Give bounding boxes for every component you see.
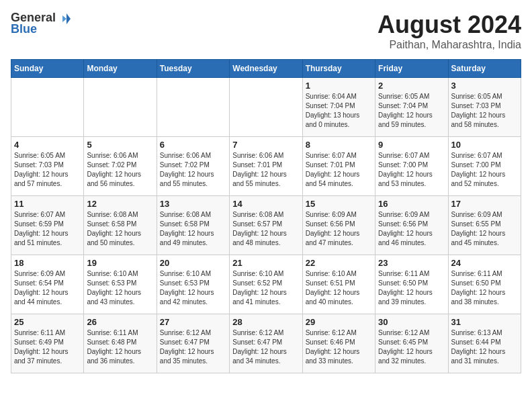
day-number: 14 — [232, 199, 299, 209]
calendar-cell: 8Sunrise: 6:07 AM Sunset: 7:01 PM Daylig… — [302, 137, 375, 196]
day-info: Sunrise: 6:10 AM Sunset: 6:53 PM Dayligh… — [87, 269, 153, 307]
calendar-cell: 19Sunrise: 6:10 AM Sunset: 6:53 PM Dayli… — [84, 255, 157, 314]
calendar-cell: 28Sunrise: 6:12 AM Sunset: 6:47 PM Dayli… — [230, 314, 302, 373]
logo: General Blue — [11, 11, 71, 36]
calendar-cell — [11, 78, 84, 137]
day-info: Sunrise: 6:12 AM Sunset: 6:47 PM Dayligh… — [160, 328, 226, 366]
day-number: 13 — [160, 199, 226, 209]
header-saturday: Saturday — [448, 60, 521, 78]
calendar-cell: 17Sunrise: 6:09 AM Sunset: 6:55 PM Dayli… — [448, 196, 521, 255]
calendar-cell: 7Sunrise: 6:06 AM Sunset: 7:01 PM Daylig… — [230, 137, 302, 196]
page-header: General Blue August 2024 Paithan, Mahara… — [11, 11, 521, 51]
day-number: 3 — [451, 81, 518, 91]
calendar-table: SundayMondayTuesdayWednesdayThursdayFrid… — [11, 59, 521, 373]
day-info: Sunrise: 6:11 AM Sunset: 6:50 PM Dayligh… — [451, 269, 518, 307]
week-row-3: 11Sunrise: 6:07 AM Sunset: 6:59 PM Dayli… — [11, 196, 521, 255]
calendar-cell: 30Sunrise: 6:12 AM Sunset: 6:45 PM Dayli… — [375, 314, 448, 373]
day-number: 23 — [378, 258, 445, 268]
header-tuesday: Tuesday — [157, 60, 229, 78]
day-info: Sunrise: 6:07 AM Sunset: 7:01 PM Dayligh… — [306, 151, 372, 189]
day-info: Sunrise: 6:10 AM Sunset: 6:52 PM Dayligh… — [232, 269, 299, 307]
calendar-cell: 2Sunrise: 6:05 AM Sunset: 7:04 PM Daylig… — [375, 78, 448, 137]
day-info: Sunrise: 6:12 AM Sunset: 6:45 PM Dayligh… — [378, 328, 445, 366]
calendar-cell: 25Sunrise: 6:11 AM Sunset: 6:49 PM Dayli… — [11, 314, 84, 373]
calendar-cell: 31Sunrise: 6:13 AM Sunset: 6:44 PM Dayli… — [448, 314, 521, 373]
week-row-1: 1Sunrise: 6:04 AM Sunset: 7:04 PM Daylig… — [11, 78, 521, 137]
day-number: 19 — [87, 258, 153, 268]
day-info: Sunrise: 6:11 AM Sunset: 6:48 PM Dayligh… — [87, 328, 153, 366]
calendar-cell: 3Sunrise: 6:05 AM Sunset: 7:03 PM Daylig… — [448, 78, 521, 137]
day-number: 21 — [232, 258, 299, 268]
svg-marker-1 — [62, 15, 66, 22]
day-number: 20 — [160, 258, 226, 268]
day-info: Sunrise: 6:06 AM Sunset: 7:02 PM Dayligh… — [160, 151, 226, 189]
calendar-cell: 14Sunrise: 6:08 AM Sunset: 6:57 PM Dayli… — [230, 196, 302, 255]
day-info: Sunrise: 6:12 AM Sunset: 6:47 PM Dayligh… — [232, 328, 299, 366]
day-number: 16 — [378, 199, 445, 209]
calendar-cell: 11Sunrise: 6:07 AM Sunset: 6:59 PM Dayli… — [11, 196, 84, 255]
day-number: 6 — [160, 140, 226, 150]
day-info: Sunrise: 6:08 AM Sunset: 6:57 PM Dayligh… — [232, 210, 299, 248]
calendar-cell: 27Sunrise: 6:12 AM Sunset: 6:47 PM Dayli… — [157, 314, 229, 373]
week-row-4: 18Sunrise: 6:09 AM Sunset: 6:54 PM Dayli… — [11, 255, 521, 314]
day-info: Sunrise: 6:05 AM Sunset: 7:04 PM Dayligh… — [378, 92, 445, 130]
calendar-cell: 24Sunrise: 6:11 AM Sunset: 6:50 PM Dayli… — [448, 255, 521, 314]
day-number: 31 — [451, 317, 518, 327]
day-number: 28 — [232, 317, 299, 327]
header-sunday: Sunday — [11, 60, 84, 78]
calendar-cell — [84, 78, 157, 137]
day-number: 2 — [378, 81, 445, 91]
day-number: 8 — [306, 140, 372, 150]
page-title: August 2024 — [378, 11, 521, 39]
day-info: Sunrise: 6:07 AM Sunset: 7:00 PM Dayligh… — [451, 151, 518, 189]
day-info: Sunrise: 6:07 AM Sunset: 7:00 PM Dayligh… — [378, 151, 445, 189]
day-info: Sunrise: 6:10 AM Sunset: 6:51 PM Dayligh… — [306, 269, 372, 307]
week-row-5: 25Sunrise: 6:11 AM Sunset: 6:49 PM Dayli… — [11, 314, 521, 373]
day-number: 5 — [87, 140, 153, 150]
calendar-cell: 15Sunrise: 6:09 AM Sunset: 6:56 PM Dayli… — [302, 196, 375, 255]
day-info: Sunrise: 6:12 AM Sunset: 6:46 PM Dayligh… — [306, 328, 372, 366]
calendar-cell: 18Sunrise: 6:09 AM Sunset: 6:54 PM Dayli… — [11, 255, 84, 314]
day-info: Sunrise: 6:08 AM Sunset: 6:58 PM Dayligh… — [87, 210, 153, 248]
day-info: Sunrise: 6:04 AM Sunset: 7:04 PM Dayligh… — [306, 92, 372, 130]
calendar-cell: 22Sunrise: 6:10 AM Sunset: 6:51 PM Dayli… — [302, 255, 375, 314]
header-friday: Friday — [375, 60, 448, 78]
day-info: Sunrise: 6:11 AM Sunset: 6:50 PM Dayligh… — [378, 269, 445, 307]
calendar-cell: 23Sunrise: 6:11 AM Sunset: 6:50 PM Dayli… — [375, 255, 448, 314]
calendar-cell: 12Sunrise: 6:08 AM Sunset: 6:58 PM Dayli… — [84, 196, 157, 255]
day-number: 1 — [306, 81, 372, 91]
calendar-cell: 21Sunrise: 6:10 AM Sunset: 6:52 PM Dayli… — [230, 255, 302, 314]
header-wednesday: Wednesday — [230, 60, 302, 78]
day-number: 22 — [306, 258, 372, 268]
day-number: 10 — [451, 140, 518, 150]
day-info: Sunrise: 6:09 AM Sunset: 6:54 PM Dayligh… — [14, 269, 81, 307]
day-number: 24 — [451, 258, 518, 268]
calendar-cell — [230, 78, 302, 137]
day-number: 29 — [306, 317, 372, 327]
day-number: 7 — [232, 140, 299, 150]
logo-blue-text: Blue — [11, 22, 37, 36]
day-info: Sunrise: 6:06 AM Sunset: 7:01 PM Dayligh… — [232, 151, 299, 189]
day-number: 30 — [378, 317, 445, 327]
day-info: Sunrise: 6:07 AM Sunset: 6:59 PM Dayligh… — [14, 210, 81, 248]
calendar-cell: 16Sunrise: 6:09 AM Sunset: 6:56 PM Dayli… — [375, 196, 448, 255]
calendar-cell: 20Sunrise: 6:10 AM Sunset: 6:53 PM Dayli… — [157, 255, 229, 314]
day-info: Sunrise: 6:08 AM Sunset: 6:58 PM Dayligh… — [160, 210, 226, 248]
header-thursday: Thursday — [302, 60, 375, 78]
calendar-header-row: SundayMondayTuesdayWednesdayThursdayFrid… — [11, 60, 521, 78]
calendar-cell: 9Sunrise: 6:07 AM Sunset: 7:00 PM Daylig… — [375, 137, 448, 196]
day-number: 27 — [160, 317, 226, 327]
day-number: 4 — [14, 140, 81, 150]
calendar-cell: 10Sunrise: 6:07 AM Sunset: 7:00 PM Dayli… — [448, 137, 521, 196]
day-number: 11 — [14, 199, 81, 209]
day-info: Sunrise: 6:11 AM Sunset: 6:49 PM Dayligh… — [14, 328, 81, 366]
calendar-cell: 4Sunrise: 6:05 AM Sunset: 7:03 PM Daylig… — [11, 137, 84, 196]
day-info: Sunrise: 6:05 AM Sunset: 7:03 PM Dayligh… — [14, 151, 81, 189]
page-subtitle: Paithan, Maharashtra, India — [378, 39, 521, 51]
week-row-2: 4Sunrise: 6:05 AM Sunset: 7:03 PM Daylig… — [11, 137, 521, 196]
day-info: Sunrise: 6:09 AM Sunset: 6:56 PM Dayligh… — [306, 210, 372, 248]
day-number: 9 — [378, 140, 445, 150]
header-monday: Monday — [84, 60, 157, 78]
day-number: 12 — [87, 199, 153, 209]
day-info: Sunrise: 6:09 AM Sunset: 6:55 PM Dayligh… — [451, 210, 518, 248]
